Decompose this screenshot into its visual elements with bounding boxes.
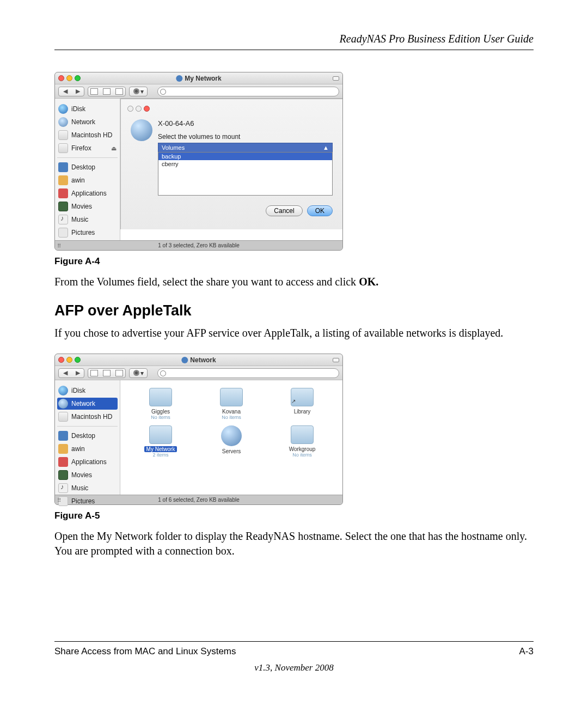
mount-sheet: X-00-64-A6 Select the volumes to mount V… [120,99,342,229]
sidebar-item-label: Desktop [71,432,95,440]
volume-item[interactable]: cberry [158,160,332,168]
sidebar-item-label: Desktop [71,163,95,171]
minimize-icon[interactable] [66,75,72,81]
paragraph-1: From the Volumes field, select the share… [54,275,534,289]
sidebar-item[interactable]: awin [57,174,118,186]
item-name: Kovana [199,409,264,415]
sidebar-item-label: Macintosh HD [71,131,112,139]
volumes-list[interactable]: backup cberry [158,152,333,196]
nav-back-forward[interactable]: ◀▶ [58,87,84,96]
window-title: Network [190,356,216,364]
sidebar-item-icon [58,444,68,454]
item-subtitle: No items [199,415,264,420]
sidebar-handle-icon[interactable]: ⠿ [57,497,61,503]
sidebar-item[interactable]: iDisk [57,385,118,397]
sidebar-item-label: Music [71,484,88,492]
sidebar-item-label: Movies [71,471,92,479]
finder-sidebar: iDiskNetworkMacintosh HDFirefoxDesktopaw… [55,99,120,240]
item-name: Library [270,409,335,415]
host-id: X-00-64-A6 [158,119,333,127]
figure-a4: My Network ◀▶ ▾ iDiskNetworkMacintosh HD… [54,72,534,251]
sidebar-item-label: Macintosh HD [71,413,112,421]
sidebar-item[interactable]: Applications [57,187,118,199]
toolbar-toggle-icon[interactable] [333,358,339,362]
sidebar-item[interactable]: Desktop [57,430,118,442]
zoom-icon[interactable] [75,75,81,81]
sidebar-item-icon [58,202,68,211]
browser-item[interactable]: WorkgroupNo items [270,425,335,458]
browser-item[interactable]: GigglesNo items [128,388,193,420]
close-icon[interactable] [58,357,64,363]
sidebar-item[interactable]: Pictures [57,227,118,239]
sidebar-item[interactable]: Music [57,214,118,226]
sheet-dot-icon [127,106,133,112]
folder-icon [149,388,172,406]
sidebar-item-icon [58,470,68,480]
icon-view-pane: GigglesNo itemsKovanaNo itemsLibraryMy N… [120,380,342,495]
sidebar-item[interactable]: Firefox [57,142,118,154]
figure-a5-label: Figure A-5 [54,510,534,521]
sheet-dot-icon [144,106,150,112]
view-switcher[interactable] [88,368,126,378]
gear-icon [133,88,139,94]
sidebar-item[interactable]: iDisk [57,103,118,115]
sidebar-item[interactable]: Macintosh HD [57,129,118,141]
browser-item[interactable]: Servers [199,425,264,458]
sidebar-item[interactable]: Pictures [57,495,118,507]
item-subtitle: 2 items [128,452,193,458]
finder-window: My Network ◀▶ ▾ iDiskNetworkMacintosh HD… [54,72,343,251]
sidebar-item-label: Firefox [71,144,91,152]
search-input[interactable] [157,87,339,96]
sidebar-item[interactable]: Network [57,116,118,128]
sidebar-item-icon [58,215,68,224]
paragraph-2: If you chose to advertise your AFP servi… [54,326,534,340]
zoom-icon[interactable] [75,357,81,363]
sidebar-item-label: Network [71,400,95,407]
toolbar-toggle-icon[interactable] [333,76,339,81]
sidebar-item-icon [58,162,68,172]
sidebar-item[interactable]: Applications [57,456,118,468]
close-icon[interactable] [58,75,64,81]
browser-item[interactable]: Library [270,388,335,420]
browser-item[interactable]: KovanaNo items [199,388,264,420]
folder-icon [220,388,243,406]
cancel-button[interactable]: Cancel [266,205,302,216]
sidebar-item[interactable]: Macintosh HD [57,411,118,423]
sidebar-item[interactable]: Movies [57,469,118,481]
sidebar-item-label: Applications [71,190,107,197]
window-titlebar: My Network [55,72,342,84]
sidebar-item-label: awin [71,176,85,184]
sidebar-item[interactable]: awin [57,443,118,455]
window-titlebar: Network [55,354,342,366]
nav-back-forward[interactable]: ◀▶ [58,368,84,378]
volumes-header[interactable]: Volumes▲ [158,143,333,152]
ok-button[interactable]: OK [307,205,333,216]
view-switcher[interactable] [88,87,126,96]
sidebar-item[interactable]: Desktop [57,161,118,173]
action-menu[interactable]: ▾ [129,87,148,96]
sidebar-item-label: Pictures [71,229,95,236]
item-name: Giggles [128,409,193,415]
sidebar-item[interactable]: Network [57,398,118,410]
item-name: Workgroup [270,446,335,452]
minimize-icon[interactable] [66,357,72,363]
action-menu[interactable]: ▾ [129,368,148,378]
gear-icon [133,370,139,376]
section-heading: AFP over AppleTalk [54,302,534,319]
folder-icon [291,388,314,406]
sidebar-item-icon [58,117,68,127]
page-footer: Share Access from MAC and Linux Systems … [54,641,534,673]
search-input[interactable] [157,368,339,378]
sidebar-item-icon [58,412,68,422]
sidebar-item-icon [58,399,68,409]
sidebar-item[interactable]: Music [57,482,118,494]
sidebar-item-label: Applications [71,458,107,466]
finder-toolbar: ◀▶ ▾ [55,366,342,380]
sidebar-handle-icon[interactable]: ⠿ [57,243,61,249]
sidebar-item[interactable]: Movies [57,200,118,212]
sidebar-item-icon [58,386,68,395]
volume-item[interactable]: backup [158,153,332,160]
window-title: My Network [185,75,221,82]
browser-item[interactable]: My Network2 items [128,425,193,458]
sidebar-item-icon [58,431,68,441]
